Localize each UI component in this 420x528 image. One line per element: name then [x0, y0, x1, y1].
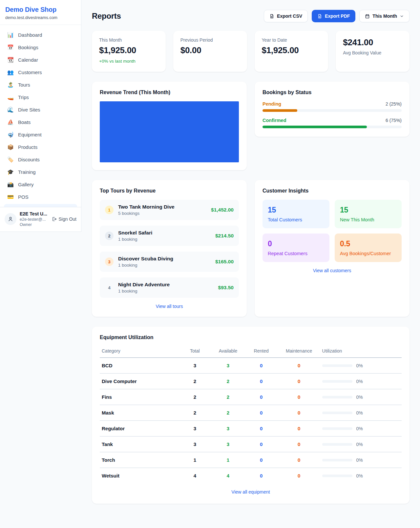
- equipment-available: 3: [211, 358, 244, 374]
- sidebar-item-active-partial[interactable]: [4, 204, 77, 207]
- utilization-percent: 0%: [356, 363, 363, 368]
- column-header-rented: Rented: [245, 345, 278, 358]
- table-row: Torch 1 1 0 0 0%: [100, 452, 402, 468]
- tour-name: Two Tank Morning Dive: [118, 204, 175, 210]
- utilization-percent: 0%: [356, 426, 363, 431]
- equipment-utilization-card: Equipment Utilization Category Total Ava…: [92, 327, 410, 504]
- sign-out-button[interactable]: Sign Out: [52, 216, 76, 222]
- period-label: This Month: [372, 13, 397, 19]
- insights-row: Top Tours by Revenue 1 Two Tank Morning …: [92, 180, 410, 317]
- table-row: Tank 3 3 0 0 0%: [100, 437, 402, 452]
- sidebar-item-products[interactable]: 📦 Products: [3, 141, 78, 153]
- equipment-total: 2: [178, 389, 211, 405]
- equipment-category: Regulator: [100, 421, 178, 437]
- column-header-utilization: Utilization: [320, 345, 402, 358]
- sidebar-item-label: Calendar: [18, 57, 38, 63]
- table-row: BCD 3 3 0 0 0%: [100, 358, 402, 374]
- diving-mask-icon: 🤿: [7, 132, 14, 137]
- view-all-tours-link[interactable]: View all tours: [100, 304, 239, 309]
- tour-revenue: $93.50: [218, 285, 234, 291]
- sign-out-icon: [52, 216, 57, 222]
- equipment-total: 2: [178, 374, 211, 389]
- wave-icon: 🌊: [7, 107, 14, 112]
- sidebar-item-customers[interactable]: 👥 Customers: [3, 66, 78, 78]
- calendar-bookings-icon: 📅: [7, 45, 14, 50]
- sidebar-item-label: Equipment: [18, 132, 42, 137]
- utilization-bar: [322, 364, 352, 367]
- rank-badge: 3: [105, 257, 114, 266]
- rank-badge: 1: [105, 206, 114, 214]
- utilization-bar: [322, 412, 352, 414]
- equipment-available: 2: [211, 389, 244, 405]
- tile-label: Repeat Customers: [268, 251, 324, 256]
- tour-row: 1 Two Tank Morning Dive 5 bookings $1,45…: [100, 200, 239, 220]
- tile-new-this-month: 15 New This Month: [335, 200, 402, 228]
- utilization-percent: 0%: [356, 395, 363, 400]
- sidebar-item-tours[interactable]: 🏝️ Tours: [3, 79, 78, 91]
- equipment-rented: 0: [245, 452, 278, 468]
- sidebar-item-label: Dashboard: [18, 32, 42, 38]
- table-row: Fins 2 2 0 0 0%: [100, 389, 402, 405]
- tile-label: Avg Bookings/Customer: [340, 251, 396, 256]
- sign-out-label: Sign Out: [59, 216, 76, 222]
- rank-badge: 2: [105, 232, 114, 240]
- sidebar-item-discounts[interactable]: 🏷️ Discounts: [3, 153, 78, 166]
- tour-row: 2 Snorkel Safari 1 booking $214.50: [100, 226, 239, 246]
- view-all-customers-link[interactable]: View all customers: [262, 268, 402, 273]
- period-selector[interactable]: This Month: [359, 10, 410, 22]
- tour-revenue: $165.00: [215, 259, 234, 265]
- column-header-total: Total: [178, 345, 211, 358]
- utilization-bar: [322, 380, 352, 383]
- graduation-cap-icon: 🎓: [7, 170, 14, 175]
- equipment-category: Torch: [100, 452, 178, 468]
- sidebar-nav: 📊 Dashboard 📅 Bookings 📆 Calendar 👥 Cust…: [0, 25, 81, 207]
- equipment-available: 3: [211, 421, 244, 437]
- status-row-confirmed: Confirmed 6 (75%): [262, 118, 402, 128]
- table-header-row: Category Total Available Rented Maintena…: [100, 345, 402, 358]
- sidebar-item-label: POS: [18, 194, 29, 200]
- sidebar-item-dive-sites[interactable]: 🌊 Dive Sites: [3, 104, 78, 116]
- tour-name: Discover Scuba Diving: [118, 256, 173, 262]
- customer-insights-title: Customer Insights: [262, 188, 402, 194]
- sidebar-header: Demo Dive Shop demo.test.divestreams.com: [0, 0, 81, 25]
- sidebar-item-calendar[interactable]: 📆 Calendar: [3, 54, 78, 66]
- shop-domain: demo.test.divestreams.com: [5, 15, 76, 20]
- sailboat-icon: ⛵: [7, 120, 14, 125]
- sidebar-item-training[interactable]: 🎓 Training: [3, 166, 78, 178]
- bookings-by-status-card: Bookings by Status Pending 2 (25%) Confi…: [255, 82, 410, 137]
- sidebar-item-pos[interactable]: 💳 POS: [3, 191, 78, 203]
- stat-value: $0.00: [180, 45, 240, 55]
- user-name: E2E Test U...: [20, 211, 47, 216]
- sidebar-item-dashboard[interactable]: 📊 Dashboard: [3, 29, 78, 41]
- view-all-equipment-link[interactable]: View all equipment: [100, 489, 402, 495]
- sidebar-item-equipment[interactable]: 🤿 Equipment: [3, 129, 78, 141]
- export-pdf-button[interactable]: Export PDF: [312, 10, 355, 22]
- calendar-icon: [365, 14, 370, 19]
- calendar-icon: 📆: [7, 57, 14, 63]
- revenue-trend-chart: [100, 101, 239, 162]
- credit-card-icon: 💳: [7, 194, 14, 200]
- stat-delta: +0% vs last month: [99, 59, 158, 64]
- sidebar-item-label: Dive Sites: [18, 107, 40, 112]
- equipment-available: 2: [211, 374, 244, 389]
- insight-tiles: 15 Total Customers 15 New This Month 0 R…: [262, 200, 402, 262]
- chevron-down-icon: [400, 14, 404, 18]
- equipment-available: 1: [211, 452, 244, 468]
- column-header-available: Available: [211, 345, 244, 358]
- tour-revenue: $1,452.00: [211, 207, 234, 213]
- export-pdf-label: Export PDF: [325, 13, 350, 19]
- page-header: Reports Export CSV Export PDF: [92, 10, 410, 22]
- stat-value: $1,925.00: [262, 45, 321, 55]
- sidebar-item-gallery[interactable]: 📸 Gallery: [3, 178, 78, 191]
- table-row: Regulator 3 3 0 0 0%: [100, 421, 402, 437]
- equipment-maintenance: 0: [278, 374, 320, 389]
- tour-bookings: 1 booking: [118, 263, 173, 268]
- stat-label: Previous Period: [180, 37, 240, 43]
- export-csv-button[interactable]: Export CSV: [264, 10, 308, 22]
- equipment-total: 3: [178, 358, 211, 374]
- sidebar-item-boats[interactable]: ⛵ Boats: [3, 116, 78, 128]
- sidebar-item-bookings[interactable]: 📅 Bookings: [3, 41, 78, 53]
- tour-list: 1 Two Tank Morning Dive 5 bookings $1,45…: [100, 200, 239, 298]
- equipment-utilization-title: Equipment Utilization: [100, 335, 402, 340]
- sidebar-item-trips[interactable]: 🚤 Trips: [3, 91, 78, 103]
